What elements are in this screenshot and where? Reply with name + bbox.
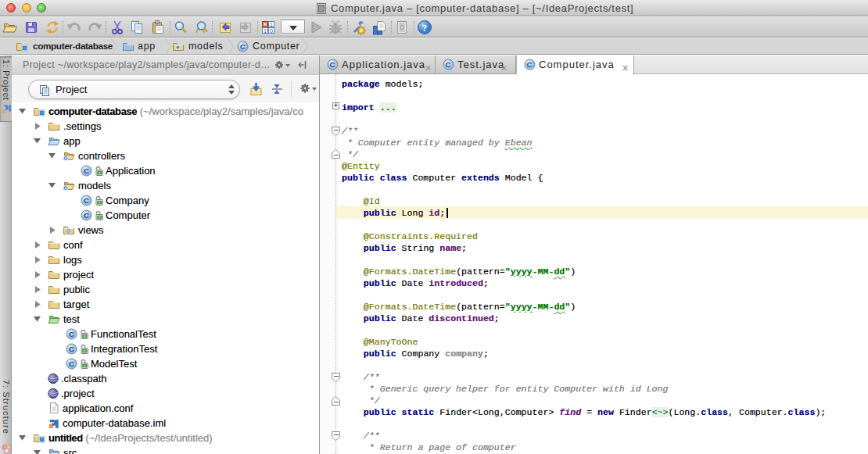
svg-text:C: C bbox=[84, 211, 89, 220]
svg-text:1: 1 bbox=[264, 28, 267, 34]
svg-text:C: C bbox=[330, 60, 336, 69]
svg-text:C: C bbox=[84, 196, 89, 205]
svg-text:C: C bbox=[69, 359, 74, 368]
svg-text:C: C bbox=[527, 60, 533, 69]
svg-text:0: 0 bbox=[270, 28, 273, 34]
svg-text:C: C bbox=[240, 42, 246, 51]
svg-text:C: C bbox=[84, 166, 89, 175]
svg-text:1: 1 bbox=[270, 22, 273, 27]
svg-text:C: C bbox=[69, 330, 74, 338]
svg-text:C: C bbox=[69, 345, 74, 353]
svg-text:C: C bbox=[446, 60, 452, 69]
svg-text:?: ? bbox=[422, 23, 427, 34]
